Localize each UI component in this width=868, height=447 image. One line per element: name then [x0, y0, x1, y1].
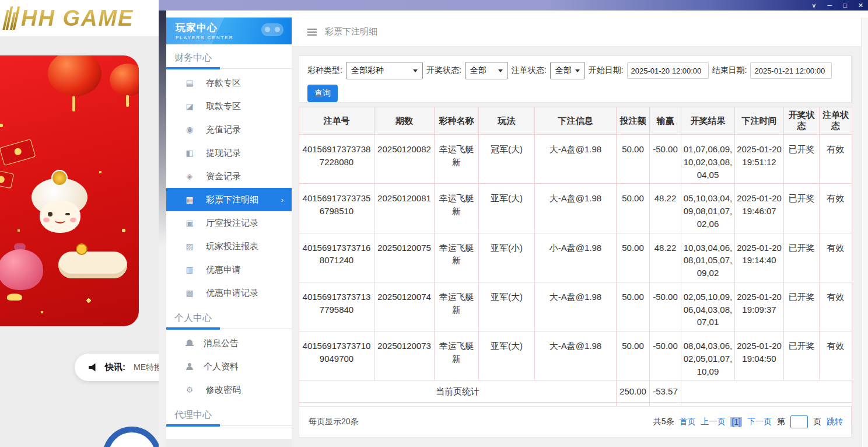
sidebar-item-change-password[interactable]: ⚙ 修改密码 [166, 378, 292, 401]
sidebar-item-lottery-bet-details[interactable]: ▦ 彩票下注明细 › [166, 188, 292, 211]
lottery-type-select[interactable]: 全部彩种 [346, 62, 423, 79]
chevron-down-icon [498, 69, 503, 72]
prev-page-link[interactable]: 上一页 [701, 417, 725, 427]
table-row: 40156917373710904970020250120073 幸运飞艇新亚军… [299, 331, 852, 380]
section-underline [166, 425, 292, 426]
sidebar-item-personal-profile[interactable]: 个人资料 [166, 355, 292, 378]
hamburger-menu-icon[interactable] [307, 29, 317, 36]
end-date-input[interactable] [750, 62, 832, 79]
floating-widget[interactable] [103, 427, 159, 447]
section-personal-center: 个人中心 [166, 305, 292, 329]
col-bet-amount: 投注额 [617, 107, 650, 135]
sidebar: 玩家中心 PLAYERS CENTER 财务中心 ▤ 存款专区 ◪ 取款专区 ◉… [166, 18, 292, 447]
order-status-select[interactable]: 全部 [550, 62, 585, 79]
lottery-type-label: 彩种类型: [307, 65, 342, 76]
news-ticker: 快讯: ME特推出 [75, 354, 159, 381]
order-status-label: 注单状态: [512, 65, 547, 76]
lantern-tassel [72, 96, 75, 111]
col-order-status: 注单状态 [820, 107, 852, 135]
chevron-down-icon [575, 69, 580, 72]
sidebar-item-deposit-zone[interactable]: ▤ 存款专区 [166, 71, 292, 95]
ticket-icon: ▥ [184, 265, 195, 274]
start-date-input[interactable] [627, 62, 709, 79]
col-draw-result: 开奖结果 [681, 107, 735, 135]
sidebar-item-recharge-records[interactable]: ◉ 充值记录 [166, 118, 292, 141]
funds-icon: ◈ [184, 172, 195, 181]
page-bet-total: 250.00 [617, 380, 650, 403]
sidebar-item-message-announcements[interactable]: 消息公告 [166, 331, 292, 355]
gold-ingot [7, 294, 22, 301]
personal-menu: 消息公告 个人资料 ⚙ 修改密码 [166, 331, 292, 401]
col-lottery-name: 彩种名称 [435, 107, 479, 135]
money-bag [0, 249, 43, 290]
end-date-label: 结束日期: [712, 65, 747, 76]
chevron-down-icon[interactable]: ∨ [811, 0, 816, 11]
window-body: 玩家中心 PLAYERS CENTER 财务中心 ▤ 存款专区 ◪ 取款专区 ◉… [159, 11, 868, 447]
speaker-icon [89, 364, 98, 372]
sidebar-item-promo-apply[interactable]: ▥ 优惠申请 [166, 258, 292, 281]
first-page-link[interactable]: 首页 [679, 417, 695, 427]
window-top-strip [159, 11, 868, 18]
sidebar-item-funds-records[interactable]: ◈ 资金记录 [166, 165, 292, 188]
page-winloss-total: -53.57 [650, 380, 681, 403]
table-row: 40156917373716807124020250120075 幸运飞艇新亚军… [299, 233, 852, 282]
col-bet-info: 下注信息 [535, 107, 617, 135]
draw-status-label: 开奖状态: [426, 65, 461, 76]
col-draw-status: 开奖状态 [784, 107, 820, 135]
gold-bell [76, 243, 88, 255]
bet-details-table: 注单号 期数 彩种名称 玩法 下注信息 投注额 输赢 开奖结果 下注时间 开奖状… [299, 107, 852, 425]
sidebar-item-hall-bet-records[interactable]: ▣ 厅室投注记录 [166, 211, 292, 235]
page-summary-row: 当前页统计 250.00 -53.57 [299, 380, 852, 403]
list-icon: ▦ [184, 195, 195, 204]
scrollbar-track[interactable] [861, 18, 868, 447]
content-area: 彩种类型: 全部彩种 开奖状态: 全部 注单状态: 全部 [292, 47, 861, 447]
section-underline [166, 68, 292, 69]
bell-icon [186, 340, 193, 347]
logo-bars-icon [5, 6, 19, 30]
user-icon [186, 363, 193, 370]
snake-character-headband [51, 170, 68, 186]
table-header-row: 注单号 期数 彩种名称 玩法 下注信息 投注额 输赢 开奖结果 下注时间 开奖状… [299, 107, 852, 135]
snake-body [58, 252, 127, 278]
window-titlebar: ∨ ─ □ ✕ [159, 0, 868, 11]
minimize-button[interactable]: ─ [827, 0, 832, 11]
draw-status-select[interactable]: 全部 [465, 62, 508, 79]
section-underline [166, 329, 292, 329]
jump-page-input[interactable] [790, 415, 808, 428]
sidebar-item-player-bet-report[interactable]: ▨ 玩家投注报表 [166, 235, 292, 258]
table-row: 40156917373735679851020250120081 幸运飞艇新亚军… [299, 184, 852, 233]
maximize-button[interactable]: □ [843, 0, 847, 11]
player-center-window: ∨ ─ □ ✕ 玩家中心 PLAYERS CENTER 财务中心 ▤ 存款专区 [159, 0, 868, 447]
next-page-link[interactable]: 下一页 [747, 417, 772, 427]
col-bet-time: 下注时间 [735, 107, 784, 135]
start-date-label: 开始日期: [589, 65, 624, 76]
col-order-no: 注单号 [299, 107, 374, 135]
col-play-type: 玩法 [479, 107, 535, 135]
filter-panel: 彩种类型: 全部彩种 开奖状态: 全部 注单状态: 全部 [299, 55, 852, 103]
wallet-icon: ◧ [184, 148, 195, 158]
close-button[interactable]: ✕ [858, 0, 863, 11]
lantern-tassel [126, 95, 129, 107]
brand-logo: HH GAME [21, 6, 134, 31]
snake-character-face [40, 200, 80, 233]
sidebar-item-withdraw-zone[interactable]: ◪ 取款专区 [166, 95, 292, 118]
background-page: HH GAME 快讯: ME特推出 [0, 0, 159, 447]
gear-icon: ⚙ [184, 385, 195, 394]
records-icon: ▩ [184, 288, 195, 298]
ticker-text: ME特推出 [134, 362, 159, 373]
sidebar-item-withdrawal-records[interactable]: ◧ 提现记录 [166, 141, 292, 165]
finance-menu: ▤ 存款专区 ◪ 取款专区 ◉ 充值记录 ◧ 提现记录 ◈ 资金记录 ▦ 彩票下… [166, 71, 292, 305]
search-button[interactable]: 查询 [307, 85, 338, 102]
sidebar-title: 玩家中心 [176, 21, 292, 34]
records-icon: ▣ [184, 218, 195, 228]
jump-link[interactable]: 跳转 [827, 417, 843, 427]
sidebar-item-promo-apply-records[interactable]: ▩ 优惠申请记录 [166, 281, 292, 305]
col-winloss: 输赢 [650, 107, 681, 135]
sidebar-header: 玩家中心 PLAYERS CENTER [166, 18, 292, 44]
table-row: 40156917373713779584020250120074 幸运飞艇新亚军… [299, 282, 852, 331]
withdraw-hand-icon: ◪ [184, 102, 195, 111]
page-size-text: 每页显示20条 [309, 417, 359, 427]
jump-suffix: 页 [813, 417, 821, 427]
ticker-label: 快讯: [105, 362, 125, 373]
page-summary-label: 当前页统计 [299, 380, 617, 403]
